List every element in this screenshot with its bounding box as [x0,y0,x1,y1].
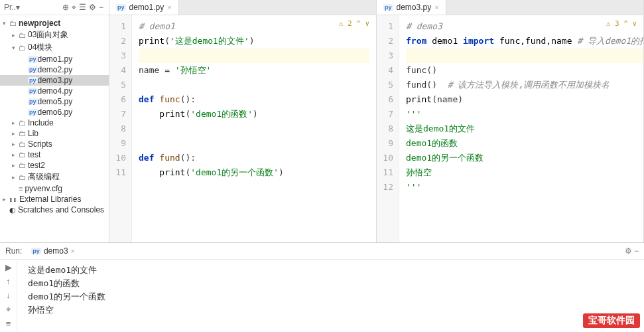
code-line[interactable]: print('demo1的另一个函数') [139,165,369,180]
tree-item[interactable]: ▸ 🗀 Scripts [0,139,109,149]
run-tab[interactable]: py demo3 × [26,245,80,257]
code-line[interactable]: # demo1 [139,19,369,34]
tree-item[interactable]: ▸ 🗀 03面向对象 [0,29,109,41]
code-line[interactable]: ''' [406,180,643,195]
code-line[interactable]: name = '孙悟空' [139,63,369,78]
tree-arrow-icon[interactable]: ▾ [12,44,19,51]
code-line[interactable]: 这是demo1的文件 [406,122,643,136]
tree-item[interactable]: ◐ Scratches and Consoles [0,205,109,215]
toolbar-icon[interactable]: ⊕ [62,3,69,12]
output-line: 这是demo1的文件 [28,264,633,277]
tab-demo3[interactable]: py demo3.py × [377,0,446,15]
code-line[interactable]: print('demo1的函数') [139,107,369,122]
code-line[interactable] [139,48,369,63]
tree-item[interactable]: ▸ 🗀 高级编程 [0,171,109,183]
code-line[interactable]: demo1的函数 [406,136,643,151]
run-toolbar-button[interactable]: ↓ [6,290,11,300]
python-file-icon: py [28,66,38,73]
tree-item-label: Include [28,118,54,127]
tree-item[interactable]: py demo4.py [0,86,109,96]
line-number: 8 [379,122,393,136]
gear-icon[interactable]: ⚙ − [625,246,639,256]
tree-item-label: demo2.py [38,65,73,74]
close-icon[interactable]: × [71,247,75,255]
tree-item-label: Scratches and Consoles [18,205,104,214]
tree-item[interactable]: ≡ pyvenv.cfg [0,183,109,194]
run-toolbar-button[interactable]: ≡ [6,319,11,329]
tree-arrow-icon[interactable]: ▸ [12,141,19,147]
code-line[interactable]: print(name) [406,92,643,107]
project-dropdown[interactable]: Pr..▾ [4,3,20,12]
tab-demo1[interactable]: py demo1.py × [109,0,179,15]
line-number: 9 [379,136,393,151]
code-line[interactable] [139,136,369,151]
folder-icon: 🗀 [9,19,17,27]
code-line[interactable] [139,122,369,136]
run-label: Run: [5,246,22,256]
run-toolbar-button[interactable]: ▶ [5,262,12,272]
tree-item[interactable]: py demo5.py [0,96,109,107]
code-line[interactable] [139,78,369,92]
tree-arrow-icon[interactable]: ▸ [3,196,9,203]
line-number: 1 [379,19,393,34]
tree-item[interactable]: py demo1.py [0,54,109,64]
tree-item[interactable]: py demo3.py [0,75,109,86]
tree-arrow-icon[interactable]: ▸ [12,120,19,126]
line-number: 5 [379,78,393,92]
code-line[interactable]: ''' [406,107,643,122]
code-line[interactable]: fund() # 该方法导入模块,调用函数不用加模块名 [406,78,643,92]
tree-item[interactable]: ▾ 🗀 newproject [0,18,109,29]
folder-icon: 🗀 [19,161,26,169]
toolbar-icon[interactable]: ☰ [79,3,86,12]
scratch-icon: ◐ [9,206,16,214]
inspection-badge[interactable]: ⚠ 3 ^ ∨ [606,19,637,28]
code-line[interactable]: def func(): [139,92,369,107]
project-tree[interactable]: ▾ 🗀 newproject ▸ 🗀 03面向对象 ▾ 🗀 04模块 py de… [0,15,109,242]
tree-arrow-icon[interactable]: ▸ [12,174,19,181]
tree-item[interactable]: ▸ ⫾⫾ External Libraries [0,194,109,205]
code-area-left[interactable]: 1234567891011 # demo1print('这是demo1的文件')… [109,15,376,242]
code-line[interactable]: 孙悟空 [406,165,643,180]
tree-item[interactable]: py demo2.py [0,64,109,75]
toolbar-icon[interactable]: ⚙ [89,3,96,12]
code-line[interactable]: print('这是demo1的文件') [139,34,369,48]
line-number: 8 [112,122,126,136]
close-icon[interactable]: × [434,3,438,11]
python-file-icon: py [116,4,126,11]
line-number: 11 [379,165,393,180]
line-number: 3 [379,48,393,63]
tree-item[interactable]: ▸ 🗀 test [0,149,109,160]
run-toolbar-button[interactable]: ⌖ [6,304,11,315]
inspection-badge[interactable]: ⚠ 2 ^ ∨ [339,19,369,28]
code-line[interactable] [406,48,643,63]
run-toolbar-button[interactable]: ↑ [6,276,11,286]
tree-item[interactable]: ▸ 🗀 Include [0,118,109,128]
tab-bar-right: py demo3.py × [377,0,643,15]
tree-arrow-icon[interactable]: ▸ [12,162,19,169]
toolbar-icon[interactable]: ⌖ [72,3,76,12]
tree-item-label: demo3.py [38,76,73,85]
toolbar-icon[interactable]: − [99,3,103,12]
tree-arrow-icon[interactable]: ▸ [12,32,19,39]
line-number: 2 [112,34,126,48]
tree-item[interactable]: py demo6.py [0,107,109,118]
tree-arrow-icon[interactable]: ▾ [3,20,9,27]
run-output[interactable]: 这是demo1的文件demo1的函数demo1的另一个函数孙悟空 [17,260,644,332]
tree-item-label: demo5.py [38,97,73,106]
code-line[interactable]: from demo1 import func,fund,name # 导入dem… [406,34,643,48]
code-line[interactable]: def fund(): [139,151,369,165]
run-tab-label: demo3 [44,246,68,256]
tree-item-label: 高级编程 [28,171,60,183]
code-line[interactable]: func() [406,63,643,78]
code-area-right[interactable]: 123456789101112 # demo3from demo1 import… [377,15,643,242]
run-tool-window: Run: py demo3 × ⚙ − ▶↑↓⌖≡⇲➤✕ 这是demo1的文件d… [0,242,644,332]
code-line[interactable]: demo1的另一个函数 [406,151,643,165]
tree-arrow-icon[interactable]: ▸ [12,151,19,158]
tree-item[interactable]: ▸ 🗀 Lib [0,128,109,139]
tree-arrow-icon[interactable]: ▸ [12,130,19,137]
tree-item-label: Lib [28,129,38,138]
tree-item[interactable]: ▾ 🗀 04模块 [0,41,109,54]
close-icon[interactable]: × [167,3,171,11]
sidebar-toolbar: Pr..▾ ⊕⌖☰⚙− [0,0,109,15]
tree-item[interactable]: ▸ 🗀 test2 [0,160,109,171]
